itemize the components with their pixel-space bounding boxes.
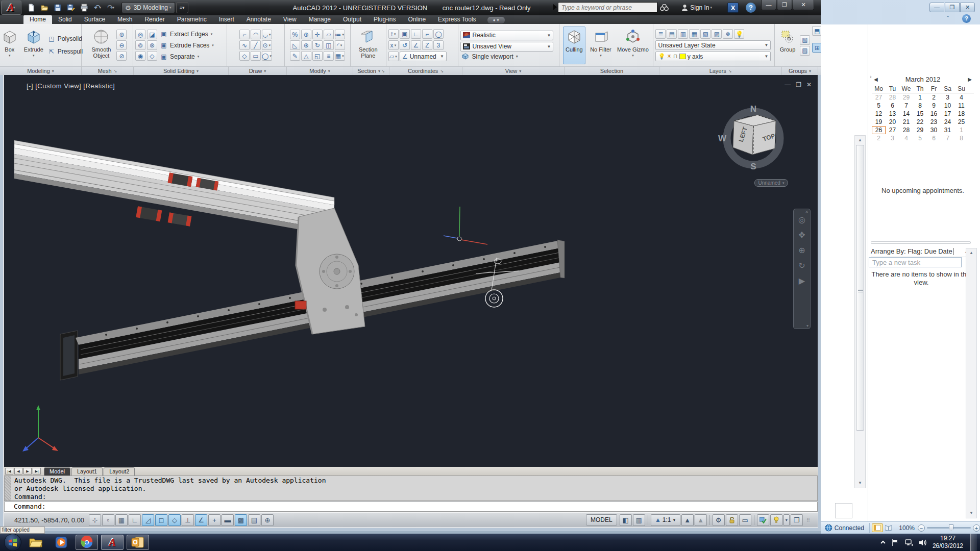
calendar-day[interactable]: 13 [886,110,899,118]
rectangle-button[interactable]: ▭ [251,51,261,61]
start-button[interactable] [4,534,21,551]
circle-button[interactable]: ⊙▼ [262,40,272,50]
calendar-day[interactable]: 28 [899,126,913,134]
calendar-day[interactable]: 5 [872,102,886,110]
smooth-less-button[interactable]: ⊖ [116,40,127,50]
viewcube[interactable]: N W S LEFT TOP [714,96,795,178]
hidden-icons-arrow[interactable] [880,540,886,545]
polygon-button[interactable]: ◇ [239,51,250,61]
group-edit-button[interactable]: ▨ [800,46,810,56]
layer-combo[interactable]: 💡 ☀ ⊓ y axis ▼ [655,52,771,61]
last-tab-button[interactable]: ▶| [33,468,41,474]
normal-view-button[interactable] [872,523,883,532]
calendar-day[interactable]: 14 [899,110,913,118]
rotate-button[interactable]: ↻ [312,40,323,50]
3d-object-snap-toggle[interactable]: ◇ [168,514,181,526]
calendar-day[interactable]: 1 [954,126,968,134]
calendar-day[interactable]: 16 [927,110,941,118]
steering-wheel-icon[interactable]: ◎ [798,216,805,223]
calendar-day[interactable]: 7 [899,102,913,110]
calendar-day[interactable]: 3 [886,134,899,142]
isolate-objects-button[interactable] [757,514,769,526]
showmotion-icon[interactable]: ▶ [799,278,805,285]
layer-copy-objects-button[interactable]: ▦ [689,29,699,39]
separate-button[interactable]: ▣Separate▾ [159,52,214,61]
solid-clean-button[interactable]: ◇ [147,51,157,61]
taskbar-outlook[interactable]: O [127,535,149,550]
calendar-day[interactable]: 2 [927,93,941,102]
viewport-controls-label[interactable]: [-] [Custom View] [Realistic] [27,82,115,90]
calendar-day[interactable]: 23 [927,118,941,126]
panel-title-layers[interactable]: Layers↘ [659,67,782,75]
workspace-switcher[interactable]: ⚙ 3D Modeling ▾ [121,2,175,13]
outlook-close-button[interactable]: ✕ [960,3,975,12]
interfere-button[interactable]: ⊗ [147,40,157,50]
calendar-day[interactable]: 29 [913,126,927,134]
panel-title-groups[interactable]: Groups▾ [782,67,818,75]
viewcube-ucs-menu[interactable]: Unnamed ▾ [754,179,788,187]
search-input[interactable] [558,4,657,11]
taskbar-media-player[interactable] [50,535,72,550]
extrude-faces-button[interactable]: ▣Extrude Faces▾ [159,40,214,50]
calendar-day[interactable]: 12 [872,110,886,118]
culling-toggle[interactable]: Culling [563,27,585,64]
show-desktop-button[interactable] [970,534,977,551]
calendar-day[interactable]: 11 [954,102,968,110]
move-gizmo-button[interactable]: Move Gizmo ▾ [616,27,650,64]
help-search[interactable] [558,2,657,13]
calendar-day[interactable]: 30 [927,126,941,134]
calendar-day[interactable]: 4 [899,134,913,142]
calendar-day[interactable]: 31 [941,126,954,134]
layer-color-swatch[interactable] [679,54,686,59]
calendar-day[interactable]: 25 [954,118,968,126]
slice-button[interactable]: ◪ [147,30,157,39]
doc-minimize-button[interactable]: — [785,81,791,88]
calendar-day[interactable]: 27 [886,126,899,134]
ucs-named-combo[interactable]: ∠ Unnamed ▼ [400,52,447,61]
layer-properties-button[interactable]: ≣ [655,29,666,39]
infer-constraints-toggle[interactable]: ⊹ [89,514,101,526]
tab-overflow-button[interactable]: ●▾ [487,17,505,23]
status-menu-button[interactable]: ▾ [783,514,790,526]
panel-title-section[interactable]: Section▾ ↘ [353,67,389,75]
scroll-down-icon[interactable]: ▼ [967,509,976,517]
calendar-day[interactable]: 7 [941,134,954,142]
ucs-3point-button[interactable]: 3 [433,40,444,50]
calendar-day[interactable]: 3 [941,93,954,102]
layout-tab-layout1[interactable]: Layout1 [71,467,103,475]
calendar-day[interactable]: 19 [872,118,886,126]
ribbon-collapse-icon[interactable]: ⌃ [942,15,953,23]
dynamic-ucs-toggle[interactable]: ⊥ [182,514,194,526]
calendar-day[interactable]: 6 [886,102,899,110]
model-space-button[interactable]: MODEL [586,514,617,525]
lightbulb-button[interactable] [770,514,782,526]
calendar-day[interactable]: 22 [913,118,927,126]
command-history[interactable]: Autodesk DWG. This file is a TrustedDWG … [4,475,818,501]
calendar-month-label[interactable]: March 2012 [884,76,962,83]
sign-in-button[interactable]: Sign In ▾ [681,2,712,13]
clean-screen-button[interactable]: ❐ [791,514,803,526]
hardware-acceleration-button[interactable]: ▭ [739,514,751,526]
object-snap-toggle[interactable]: ◻ [155,514,167,526]
annotation-scale-button[interactable]: ▲1:1▼ [651,514,680,526]
calendar-day[interactable]: 1 [913,93,927,102]
ortho-mode-toggle[interactable]: ∟ [129,514,141,526]
calendar-day[interactable]: 28 [886,93,899,102]
no-filter-button[interactable]: No Filter ▾ [590,27,612,64]
tab-mesh[interactable]: Mesh [111,15,138,24]
layer-off-button[interactable]: 💡 [734,29,744,39]
reading-view-button[interactable] [883,523,894,532]
new-button[interactable] [25,2,37,13]
set-bylayer-button[interactable]: ≔▼ [335,30,345,39]
ungroup-button[interactable]: ▧ [800,35,810,45]
layer-change-button[interactable]: ▥ [678,29,688,39]
scroll-up-icon[interactable]: ▲ [855,136,865,144]
resize-grip[interactable]: ⠿ [806,517,811,523]
3d-scale-button[interactable]: △ [301,51,311,61]
tab-express-tools[interactable]: Express Tools [432,15,482,24]
3d-align-button[interactable]: ⊛ [301,40,311,50]
mirror-button[interactable]: ◫ [324,40,334,50]
action-center-flag-icon[interactable] [891,539,899,546]
panel-title-draw[interactable]: Draw▾ [229,67,287,75]
qat-customize-button[interactable]: ≡▾ [176,2,188,13]
